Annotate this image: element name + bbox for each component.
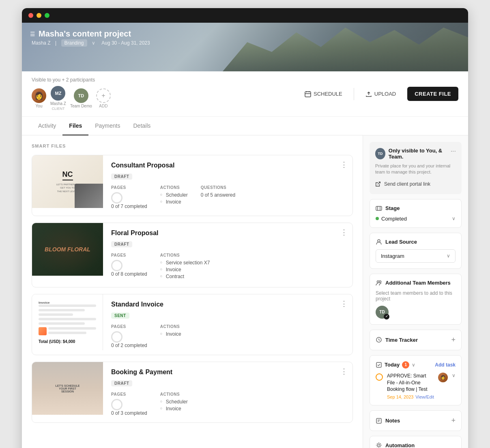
project-header: ☰ Masha's content project Masha Z | Bran… [30, 29, 152, 46]
notes-label: Notes [385, 418, 400, 424]
team-members-header: Additional Team Members [376, 280, 456, 286]
smart-files-label: SMART FILES [32, 144, 353, 148]
tab-activity[interactable]: Activity [32, 117, 62, 135]
add-participant-button[interactable]: + [96, 88, 111, 103]
stage-status-dot [376, 217, 379, 220]
invoice-name: Standard Invoice [111, 301, 346, 308]
task-link[interactable]: View/Edit [415, 394, 434, 399]
avatar-td-label: Team Demo [70, 104, 92, 108]
main-content: SMART FILES NC LET'S PARTNER TOGET YOU T… [22, 135, 468, 448]
floral-menu-button[interactable]: ⋮ [340, 228, 348, 237]
invoice-pages: PAGES 0 of 2 completed [111, 324, 147, 348]
consultant-pages: PAGES 0 of 7 completed [111, 185, 147, 209]
menu-icon[interactable]: ☰ [30, 31, 35, 37]
task-meta: Sep 14, 2023 View/Edit [387, 394, 434, 399]
info-card-menu[interactable]: ··· [451, 148, 456, 155]
booking-actions: ACTIONS Scheduler Invoice [160, 392, 188, 416]
file-info-invoice: Standard Invoice SENT PAGES 0 of 2 compl… [103, 294, 352, 355]
task-content: APPROVE: Smart File - All-in-One Booking… [387, 373, 434, 399]
minimize-dot[interactable] [37, 13, 41, 18]
booking-menu-button[interactable]: ⋮ [340, 367, 348, 376]
consultant-actions-list: Scheduler Invoice [160, 192, 188, 205]
portal-link[interactable]: Send client portal link [375, 180, 456, 189]
upload-button[interactable]: UPLOAD [361, 88, 401, 101]
expand-dot[interactable] [45, 13, 49, 18]
close-dot[interactable] [28, 13, 33, 18]
task-title: APPROVE: Smart File - All-in-One Booking… [387, 373, 434, 393]
invoice-stats: PAGES 0 of 2 completed ACTIONS Invoice [111, 324, 346, 348]
participants-right: SCHEDULE UPLOAD CREATE FILE [300, 87, 458, 101]
lead-source-header: Lead Source [376, 239, 456, 245]
notes-title-row: Notes [376, 418, 400, 424]
add-label: ADD [99, 104, 107, 108]
tab-files[interactable]: Files [62, 117, 88, 135]
invoice-badge: SENT [111, 313, 129, 319]
lead-source-widget: Lead Source Instagram ∨ [370, 233, 462, 269]
stage-value-text: Completed [381, 216, 407, 222]
action-item: Contract [160, 274, 210, 279]
team-members-section: Select team members to add to this proje… [376, 290, 456, 319]
tag-chevron: ∨ [92, 40, 95, 46]
participants-bar: Visible to you + 2 participants 👩 You MZ… [22, 71, 468, 117]
app-window: ☰ Masha's content project Masha Z | Bran… [22, 8, 468, 448]
action-item: Service selection X7 [160, 260, 210, 266]
task-date: Sep 14, 2023 [387, 394, 413, 399]
member-check-badge: ✓ [384, 314, 389, 319]
hero-trees-decoration [223, 23, 468, 71]
info-card-title-row: TD Only visible to You, & Team. [375, 148, 451, 160]
tab-payments[interactable]: Payments [88, 117, 127, 135]
stage-label: Stage [385, 205, 400, 211]
schedule-button[interactable]: SCHEDULE [300, 88, 347, 101]
task-assignee-avatar: 👩 [438, 373, 448, 382]
project-title: Masha's content project [39, 29, 131, 39]
today-widget: Today 1 ∨ Add task APPROVE: Smart File -… [370, 355, 462, 405]
svg-rect-0 [305, 92, 311, 97]
avatar-you-label: You [36, 104, 43, 108]
stage-chevron: ∨ [452, 216, 456, 221]
invoice-amount: Total (USD): $4,000 [39, 339, 96, 344]
stage-title-row: Stage [376, 205, 400, 212]
file-thumb-booking: LET'S SCHEDULEYOUR FIRSTSESSION [32, 362, 103, 415]
upload-icon [365, 91, 372, 97]
file-info-booking: Booking & Payment DRAFT PAGES 0 of 3 com… [103, 362, 352, 422]
consultant-questions: QUESTIONS 0 of 5 answered [201, 185, 235, 209]
avatar-mz-label: Masha Z [50, 101, 66, 106]
action-item: Invoice [160, 331, 181, 337]
avatar-td: TD [74, 88, 88, 103]
booking-overlay-text: LET'S SCHEDULEYOUR FIRSTSESSION [55, 384, 80, 393]
floral-stats: PAGES 0 of 8 completed ACTIONS Service s… [111, 253, 346, 281]
file-info-consultant: Consultant Proposal DRAFT PAGES 0 of 7 c… [103, 155, 352, 216]
stage-value-row[interactable]: Completed ∨ [376, 216, 456, 222]
participants-label: Visible to you + 2 participants [32, 77, 111, 83]
file-info-floral: Floral Proposal DRAFT PAGES 0 of 8 compl… [103, 223, 352, 287]
lead-source-chevron: ∨ [447, 253, 450, 259]
consultant-stats: PAGES 0 of 7 completed ACTIONS Scheduler… [111, 185, 346, 209]
booking-pages: PAGES 0 of 3 completed [111, 392, 147, 416]
task-expand-button[interactable]: ∨ [452, 373, 456, 378]
portal-link-text: Send client portal link [384, 181, 430, 187]
time-tracker-add-button[interactable]: + [451, 336, 456, 344]
toolbar-divider [354, 88, 354, 100]
floral-progress [111, 260, 122, 271]
automation-icon [376, 442, 382, 448]
avatar-mz-group: MZ Masha Z CLIENT [50, 86, 66, 111]
consultant-menu-button[interactable]: ⋮ [340, 160, 348, 169]
team-avatar-sm: TD [375, 148, 385, 159]
action-item: Invoice [160, 267, 210, 272]
booking-actions-list: Scheduler Invoice [160, 399, 188, 412]
task-status-circle[interactable] [376, 373, 383, 381]
info-card-title-text: Only visible to You, & Team. [389, 148, 451, 160]
lead-source-select[interactable]: Instagram ∨ [376, 249, 456, 263]
stage-value: Completed [376, 216, 407, 222]
avatar-mz-role: CLIENT [52, 107, 64, 111]
add-task-button[interactable]: Add task [435, 362, 456, 368]
invoice-menu-button[interactable]: ⋮ [340, 299, 348, 308]
right-panel: TD Only visible to You, & Team. ··· Priv… [363, 135, 468, 448]
files-panel: SMART FILES NC LET'S PARTNER TOGET YOU T… [22, 135, 363, 448]
create-file-button[interactable]: CREATE FILE [407, 87, 458, 101]
tab-details[interactable]: Details [127, 117, 157, 135]
team-members-title-row: Additional Team Members [376, 280, 451, 286]
notes-add-button[interactable]: + [451, 416, 456, 425]
floral-badge: DRAFT [111, 241, 132, 247]
consultant-progress [111, 192, 122, 204]
